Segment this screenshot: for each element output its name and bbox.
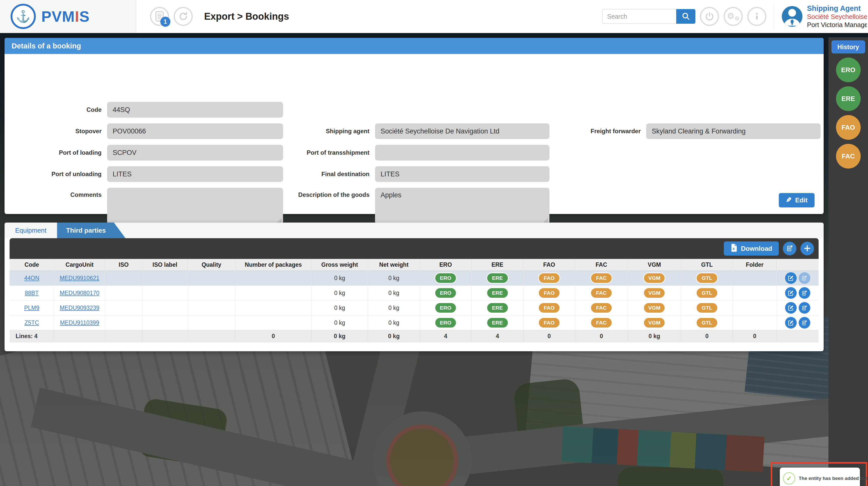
footer-empty	[187, 330, 235, 342]
cell-quality	[187, 271, 235, 286]
cell-fac: FAC	[575, 286, 628, 301]
download-button[interactable]: x Download	[724, 241, 779, 256]
code-link[interactable]: Z5TC	[25, 319, 39, 326]
pill-vgm[interactable]: VGM	[643, 273, 665, 284]
cargo-unit-link[interactable]: MEDU9910621	[60, 275, 99, 281]
pill-ero[interactable]: ERO	[434, 273, 457, 284]
pill-gtl[interactable]: GTL	[696, 317, 718, 328]
cargo-unit-link[interactable]: MEDU9093239	[60, 305, 99, 311]
sidebar-badge-fao[interactable]: FAO	[836, 115, 861, 140]
cell-vgm: VGM	[627, 271, 681, 286]
field-label: Port of unloading	[11, 171, 107, 178]
history-button[interactable]: History	[832, 40, 865, 54]
footer-empty	[105, 330, 143, 342]
settings-button[interactable]: ⚙⚙	[723, 7, 743, 26]
cell-packages	[236, 315, 311, 330]
pill-fac[interactable]: FAC	[590, 302, 613, 313]
pill-ero[interactable]: ERO	[434, 302, 457, 313]
search-button[interactable]	[676, 9, 695, 24]
refresh-button[interactable]	[174, 7, 193, 26]
logout-button[interactable]	[700, 7, 719, 26]
column-header-gross-weight: Gross weight	[311, 259, 368, 271]
pill-ero[interactable]: ERO	[434, 317, 457, 328]
form-column-right: Freight forwarder Skyland Clearing & For…	[549, 102, 820, 139]
pill-ere[interactable]: ERE	[487, 317, 508, 328]
field-description-of-goods: Description of the goods Apples	[275, 188, 550, 224]
cell-gross-weight: 0 kg	[311, 271, 368, 286]
cell-fao: FAO	[523, 286, 575, 301]
code-link[interactable]: 44ON	[24, 275, 39, 281]
pill-fac[interactable]: FAC	[590, 273, 613, 284]
row-edit-button[interactable]	[785, 302, 797, 314]
anchor-icon: ⚓	[16, 10, 30, 22]
pill-fao[interactable]: FAO	[538, 302, 560, 313]
footer-net-weight-total: 0 kg	[368, 330, 420, 342]
pill-ere[interactable]: ERE	[487, 273, 508, 284]
column-header-iso: ISO	[105, 259, 143, 271]
pill-fac[interactable]: FAC	[590, 317, 613, 328]
cell-folder	[733, 286, 776, 301]
row-edit-button[interactable]	[785, 272, 797, 284]
row-actions	[777, 287, 818, 299]
code-link[interactable]: PLM9	[24, 305, 39, 311]
info-button[interactable]	[747, 7, 767, 26]
row-edit-button[interactable]	[785, 287, 797, 299]
pill-fao[interactable]: FAO	[538, 287, 560, 298]
pill-vgm[interactable]: VGM	[643, 317, 665, 328]
cell-vgm: VGM	[627, 315, 681, 330]
cargo-unit-link[interactable]: MEDU9110399	[60, 319, 99, 326]
pill-gtl[interactable]: GTL	[696, 287, 718, 298]
field-label: Shipping agent	[275, 128, 375, 135]
add-row-button[interactable]	[801, 242, 814, 255]
cell-gross-weight: 0 kg	[311, 315, 368, 330]
edit-button[interactable]: ✎ Edit	[779, 193, 814, 207]
cell-iso	[105, 286, 143, 301]
column-header-gtl: GTL	[681, 259, 733, 271]
header-right-area: ⚙⚙ Shipping Agent Société Seychelloise D…	[602, 3, 868, 29]
cell-vgm: VGM	[627, 286, 681, 301]
pill-fac[interactable]: FAC	[590, 287, 613, 298]
add-document-button[interactable]	[783, 242, 797, 255]
pill-fao[interactable]: FAO	[538, 317, 560, 328]
code-link[interactable]: 88BT	[25, 290, 39, 296]
sidebar-badge-ere[interactable]: ERE	[836, 86, 861, 111]
equipment-table-panel: Equipment Third parties x Download	[4, 223, 824, 351]
tab-third-parties[interactable]: Third parties	[57, 223, 125, 238]
pill-gtl[interactable]: GTL	[696, 302, 718, 313]
tab-equipment[interactable]: Equipment	[4, 223, 57, 238]
cell-ero: ERO	[420, 271, 471, 286]
sidebar-badge-fac[interactable]: FAC	[836, 144, 861, 169]
pill-ere[interactable]: ERE	[487, 302, 508, 313]
cargo-unit-link[interactable]: MEDU9080170	[60, 290, 99, 296]
column-header-net-weight: Net weight	[368, 259, 420, 271]
pill-vgm[interactable]: VGM	[643, 302, 665, 313]
cell-ero: ERO	[420, 315, 471, 330]
field-comments: Comments	[11, 188, 283, 224]
user-info[interactable]: Shipping Agent Société Seychelloise De P…	[807, 4, 867, 29]
pill-gtl[interactable]: GTL	[696, 273, 718, 284]
cart-button[interactable]: 1	[150, 7, 169, 26]
footer-fac-total: 0	[575, 330, 628, 342]
cell-net-weight: 0 kg	[368, 301, 420, 315]
cell-ere: ERE	[471, 271, 523, 286]
pill-fao[interactable]: FAO	[538, 273, 560, 284]
pill-ero[interactable]: ERO	[434, 287, 457, 298]
cell-fao: FAO	[523, 271, 575, 286]
description-of-goods-textarea: Apples	[375, 188, 550, 224]
row-add-document-button[interactable]	[799, 302, 810, 314]
cell-fac: FAC	[575, 315, 628, 330]
sidebar-badge-ero[interactable]: ERO	[836, 58, 861, 82]
field-stopover: Stopover POV00066	[11, 123, 283, 139]
row-edit-button[interactable]	[785, 317, 797, 328]
cell-iso-label	[142, 301, 187, 315]
field-label: Code	[11, 106, 107, 113]
row-add-document-button[interactable]	[799, 287, 810, 299]
info-icon	[752, 12, 762, 21]
pill-vgm[interactable]: VGM	[643, 287, 665, 298]
search-input[interactable]	[602, 9, 676, 24]
column-header-ere: ERE	[471, 259, 523, 271]
user-avatar[interactable]	[782, 6, 803, 27]
excel-file-icon: x	[731, 244, 738, 254]
pill-ere[interactable]: ERE	[487, 287, 508, 298]
row-add-document-button[interactable]	[799, 317, 810, 328]
